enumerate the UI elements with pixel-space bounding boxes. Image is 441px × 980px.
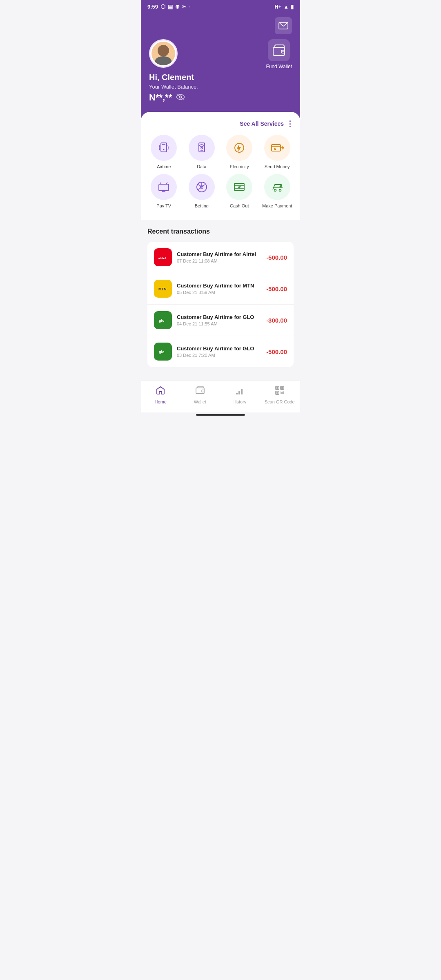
electricity-svg xyxy=(233,141,246,154)
nav-home[interactable]: Home xyxy=(146,385,175,404)
avatar-body xyxy=(155,56,172,65)
hero-top-row xyxy=(149,17,292,34)
svg-rect-41 xyxy=(281,387,283,389)
avatar-person xyxy=(151,42,175,65)
transaction-title: Customer Buy Airtime for GLO xyxy=(177,345,261,352)
nav-scan-qr[interactable]: Scan QR Code xyxy=(265,385,295,404)
make-payment-icon-circle xyxy=(264,174,290,200)
battery-icon: ▮ xyxy=(291,4,294,10)
avatar-head xyxy=(158,45,169,56)
cash-out-svg xyxy=(233,180,246,194)
hide-balance-icon[interactable] xyxy=(176,94,185,102)
service-pay-tv[interactable]: Pay TV xyxy=(147,174,180,208)
svg-text:airtel: airtel xyxy=(158,256,166,260)
svg-point-26 xyxy=(274,189,276,192)
glo-logo-svg: glo xyxy=(157,316,169,324)
service-cash-out[interactable]: Cash Out xyxy=(223,174,256,208)
airtel-logo: airtel xyxy=(154,248,172,266)
svg-text:glo: glo xyxy=(159,350,165,354)
svg-point-5 xyxy=(283,51,284,52)
data-svg xyxy=(195,141,208,154)
balance-row: N**,** xyxy=(149,92,198,103)
airtel-logo-svg: airtel xyxy=(157,253,169,261)
transaction-item[interactable]: glo Customer Buy Airtime for GLO 04 Dec … xyxy=(147,305,294,336)
service-make-payment[interactable]: Make Payment xyxy=(261,174,294,208)
svg-rect-40 xyxy=(276,387,278,389)
service-send-money[interactable]: ₦ Send Money xyxy=(261,135,294,169)
services-grid: Airtime Data El xyxy=(147,135,294,208)
dot-icon: · xyxy=(189,4,191,10)
home-nav-label: Home xyxy=(155,399,167,404)
nav-history[interactable]: History xyxy=(225,385,254,404)
service-airtime[interactable]: Airtime xyxy=(147,135,180,169)
transaction-title: Customer Buy Airtime for GLO xyxy=(177,314,261,320)
betting-svg xyxy=(195,180,208,194)
balance-amount: N**,** xyxy=(149,92,172,103)
glo-logo-2: glo xyxy=(154,343,172,361)
svg-rect-34 xyxy=(236,393,238,394)
signal-icon: ▲ xyxy=(283,4,289,10)
transaction-amount: -500.00 xyxy=(266,285,287,292)
cash-out-icon-circle xyxy=(226,174,252,200)
nav-wallet[interactable]: Wallet xyxy=(186,385,214,404)
transaction-title: Customer Buy Airtime for MTN xyxy=(177,283,261,289)
history-nav-label: History xyxy=(232,399,246,404)
scan-qr-nav-label: Scan QR Code xyxy=(265,399,295,404)
bottom-navigation: Home Wallet History xyxy=(141,380,300,412)
hero-content: Hi, Clement Your Wallet Balance, N**,** xyxy=(149,39,292,103)
hero-section: Hi, Clement Your Wallet Balance, N**,** xyxy=(141,12,300,123)
transaction-amount: -500.00 xyxy=(266,348,287,355)
transaction-date: 04 Dec 21 11:55 AM xyxy=(177,321,261,326)
status-time: 9:59 xyxy=(147,4,158,10)
cash-out-label: Cash Out xyxy=(230,203,249,208)
fund-wallet-section: Fund Wallet xyxy=(266,39,292,69)
svg-rect-16 xyxy=(159,184,169,191)
avatar[interactable] xyxy=(149,39,178,68)
home-icon xyxy=(156,385,165,398)
fund-wallet-button[interactable]: Fund Wallet xyxy=(266,39,292,69)
make-payment-label: Make Payment xyxy=(262,203,292,208)
services-header: See All Services ⋮ xyxy=(147,120,294,127)
pay-tv-svg xyxy=(157,180,170,194)
transaction-title: Customer Buy Airtime for Airtel xyxy=(177,251,261,257)
svg-rect-42 xyxy=(276,392,278,394)
svg-rect-13 xyxy=(272,145,281,151)
mail-button[interactable] xyxy=(275,17,292,34)
svg-text:₦: ₦ xyxy=(274,147,276,151)
see-all-button[interactable]: See All Services xyxy=(240,120,284,127)
svg-point-27 xyxy=(279,189,281,192)
status-bar: 9:59 ⬡ ▤ ⊕ ✂ · H+ ▲ ▮ xyxy=(141,0,300,12)
wallet-svg-icon xyxy=(272,44,285,56)
transaction-date: 05 Dec 21 3:59 AM xyxy=(177,290,261,295)
qr-code-icon xyxy=(275,385,285,398)
airtime-label: Airtime xyxy=(157,164,171,169)
greeting-text: Hi, Clement xyxy=(149,73,198,82)
service-betting[interactable]: Betting xyxy=(185,174,218,208)
send-money-icon-circle: ₦ xyxy=(264,135,290,161)
call-icon: ✂ xyxy=(182,4,187,10)
svg-rect-36 xyxy=(241,389,243,394)
status-left: 9:59 ⬡ ▤ ⊕ ✂ · xyxy=(147,3,191,10)
svg-point-10 xyxy=(201,147,203,149)
sms-icon: ▤ xyxy=(168,4,173,10)
transactions-section: Recent transactions airtel Customer Buy … xyxy=(141,220,300,367)
mtn-logo-svg: MTN xyxy=(157,285,169,293)
svg-text:glo: glo xyxy=(159,318,165,323)
svg-point-8 xyxy=(163,149,165,150)
data-icon-circle xyxy=(189,135,215,161)
transaction-item[interactable]: airtel Customer Buy Airtime for Airtel 0… xyxy=(147,242,294,273)
hero-left: Hi, Clement Your Wallet Balance, N**,** xyxy=(149,39,198,103)
glo-logo-svg-2: glo xyxy=(157,347,169,356)
svg-rect-35 xyxy=(238,391,240,394)
pay-tv-label: Pay TV xyxy=(156,203,171,208)
more-options-icon[interactable]: ⋮ xyxy=(286,120,294,127)
transaction-item[interactable]: MTN Customer Buy Airtime for MTN 05 Dec … xyxy=(147,273,294,305)
transaction-item[interactable]: glo Customer Buy Airtime for GLO 03 Dec … xyxy=(147,336,294,367)
status-right: H+ ▲ ▮ xyxy=(274,4,294,10)
service-data[interactable]: Data xyxy=(185,135,218,169)
make-payment-svg xyxy=(271,180,284,194)
services-section: See All Services ⋮ Airtime xyxy=(141,112,300,220)
wallet-nav-icon xyxy=(195,385,205,398)
service-electricity[interactable]: Electricity xyxy=(223,135,256,169)
airtime-icon-circle xyxy=(151,135,177,161)
